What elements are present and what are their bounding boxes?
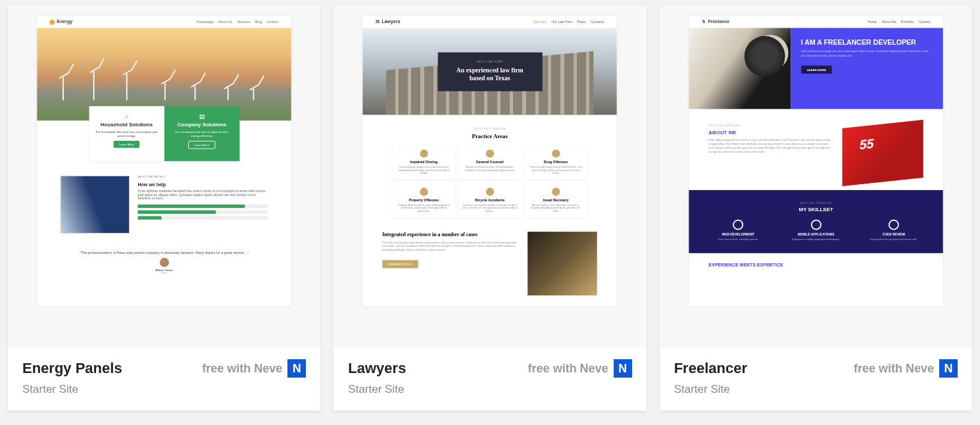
practice-area-card: General CounselGeneral commercial matter… — [458, 145, 521, 180]
neve-badge-icon: N — [939, 359, 958, 378]
solar-panel-image — [61, 176, 130, 234]
preview-experience-section: EXPERIENCE MEETS EXPERTICE — [689, 253, 943, 277]
preview-hero: I AM A FREELANCER DEVELOPER Click edit b… — [689, 28, 943, 109]
neve-badge-icon: N — [287, 359, 306, 378]
testimonial-role: Client — [72, 272, 257, 274]
practice-area-card: Property OffencesProperty offences refer… — [393, 183, 455, 218]
mobile-icon — [810, 220, 821, 230]
preview-logo-text: Lawyers — [382, 19, 401, 24]
nav-item: Blog — [255, 20, 262, 24]
template-card-lawyers[interactable]: ⚖ Lawyers Services Our Law Firm Press Co… — [333, 5, 646, 411]
preview-card-desc: For households that want less consumptio… — [96, 130, 157, 137]
template-grid: Energy Homepage About Us Services Blog C… — [0, 0, 980, 416]
practice-area-card: Bicycle AccidentsLaw firms can represent… — [458, 183, 521, 218]
testimonial-text: "The professionalism of Neve solar panel… — [72, 251, 257, 254]
preview-skills-section: SECTION OVERLINE MY SKILLSET WEB DEVELOP… — [689, 190, 943, 253]
preview-overline: SECTION OVERLINE — [363, 128, 618, 130]
template-title: Freelancer — [674, 360, 747, 377]
laptop-image — [843, 120, 923, 186]
preview-overline: NEVE LAW FIRM — [451, 61, 529, 63]
free-with-label: free with Neve N — [202, 359, 306, 378]
preview-testimonial: "The professionalism of Neve solar panel… — [37, 251, 291, 274]
nav-item: About Us — [218, 20, 233, 24]
building-icon: ▤ — [171, 113, 232, 120]
area-icon — [552, 149, 560, 157]
home-icon: ⌂ — [96, 113, 157, 120]
globe-icon — [733, 220, 743, 230]
stairs-image — [528, 232, 598, 295]
template-thumbnail: ↯ Freelance Home About Me Portfolio Cont… — [660, 5, 972, 347]
preview-hero: ⌂ Household Solutions For households tha… — [37, 28, 291, 120]
preview-integrated-section: Integrated experience in a number of cas… — [363, 218, 618, 295]
free-label-text: free with Neve — [202, 362, 282, 376]
preview-section-desc: Law firms are typically organized around… — [383, 241, 519, 253]
free-with-label: free with Neve N — [528, 359, 632, 378]
nav-item: Services — [237, 20, 250, 24]
nav-item: Our Law Firm — [552, 20, 573, 24]
preview-overline: ABOUT THE PROJECT — [137, 176, 268, 178]
preview-section-title: How we help — [137, 182, 268, 188]
bolt-icon: ↯ — [701, 19, 705, 24]
preview-section-title: Practice Areas — [363, 133, 618, 139]
nav-item: Services — [533, 20, 547, 24]
template-title: Energy Panels — [22, 360, 122, 377]
preview-card-desc: For companies that want to optimize thei… — [171, 130, 232, 137]
template-subtitle: Starter Site — [674, 383, 958, 396]
preview-hero-title: An experienced law firm based on Texas — [451, 66, 529, 82]
nav-item: About Me — [881, 20, 896, 24]
preview-solution-company: ▤ Company Solutions For companies that w… — [164, 106, 239, 161]
preview-card-title: Household Solutions — [96, 122, 157, 128]
nav-item: Contact — [918, 20, 930, 24]
preview-button: MORE ABOUT US — [383, 260, 418, 268]
nav-item: Contact — [266, 20, 278, 24]
preview-logo-text: Freelance — [708, 19, 729, 24]
free-label-text: free with Neve — [528, 362, 608, 376]
avatar — [160, 258, 169, 267]
skill-item: MOBILE APPLICATIONSExperience in mobile … — [787, 220, 845, 241]
nav-item: Homepage — [197, 20, 214, 24]
nav-item: Contacts — [591, 20, 604, 24]
skill-item: CODE REVIEWExpert advise for consistent … — [865, 220, 923, 241]
free-with-label: free with Neve N — [854, 359, 958, 378]
scales-icon: ⚖ — [376, 19, 380, 24]
preview-hero: NEVE LAW FIRM An experienced law firm ba… — [363, 28, 618, 114]
card-footer: Energy Panels free with Neve N Starter S… — [8, 347, 320, 411]
card-footer: Freelancer free with Neve N Starter Site — [660, 347, 972, 411]
preview-overline: SECTION OVERLINE — [708, 124, 832, 127]
preview-section-desc: Kobe dripper doppio french press to mug,… — [708, 139, 832, 155]
preview-nav: Energy Homepage About Us Services Blog C… — [37, 16, 291, 28]
preview-card-button: Learn More — [113, 141, 139, 148]
preview-navlinks: Homepage About Us Services Blog Contact — [197, 20, 279, 24]
preview-card-title: Company Solutions — [171, 122, 232, 128]
template-title: Lawyers — [348, 360, 406, 377]
area-icon — [486, 188, 494, 195]
free-label-text: free with Neve — [854, 362, 934, 376]
preview-button: LEARN MORE — [800, 66, 831, 74]
template-card-energy-panels[interactable]: Energy Homepage About Us Services Blog C… — [8, 5, 320, 411]
nav-item: Home — [868, 20, 877, 24]
preview-card-button: Learn More — [188, 141, 216, 149]
preview-practice-areas: SECTION OVERLINE Practice Areas Impaired… — [363, 128, 618, 218]
preview-logo: Energy — [50, 19, 72, 24]
preview-hero-title: I AM A FREELANCER DEVELOPER — [800, 38, 932, 47]
preview-logo: ⚖ Lawyers — [376, 19, 401, 24]
preview-about-section: SECTION OVERLINE ABOUT ME Kobe dripper d… — [689, 109, 943, 190]
practice-area-card: Asset RecoveryAsset recovery is the conf… — [525, 183, 587, 218]
preview-help-section: ABOUT THE PROJECT How we help Cras ultri… — [37, 176, 291, 234]
area-icon — [486, 149, 494, 157]
skill-item: WEB DEVELOPMENTFrom start to finish, a b… — [709, 220, 767, 241]
preview-logo: ↯ Freelance — [701, 19, 729, 24]
template-subtitle: Starter Site — [348, 383, 631, 396]
preview-overline: SECTION OVERLINE — [699, 201, 933, 204]
clipboard-icon — [889, 220, 899, 230]
preview-section-title: Integrated experience in a number of cas… — [383, 232, 519, 238]
neve-badge-icon: N — [614, 359, 632, 378]
diamond-icon — [49, 18, 55, 25]
nav-item: Press — [577, 20, 587, 24]
template-card-freelancer[interactable]: ↯ Freelance Home About Me Portfolio Cont… — [660, 5, 972, 411]
preview-section-title: MY SKILLSET — [699, 207, 933, 213]
preview-nav: ⚖ Lawyers Services Our Law Firm Press Co… — [363, 16, 618, 28]
area-icon — [420, 149, 428, 157]
area-icon — [552, 188, 560, 195]
template-thumbnail: ⚖ Lawyers Services Our Law Firm Press Co… — [333, 5, 646, 347]
